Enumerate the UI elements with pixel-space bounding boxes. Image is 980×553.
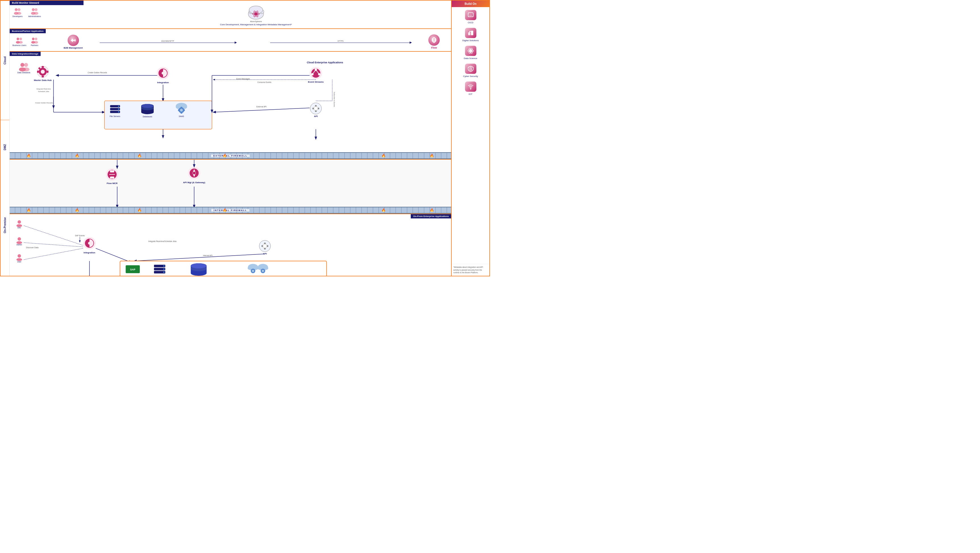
svg-point-125 <box>18 221 21 224</box>
internal-firewall: INTERNAL FIREWALL 🔥 🔥 🔥 🔥 🔥 🔥 <box>10 207 451 214</box>
svg-point-119 <box>193 172 196 175</box>
svg-rect-153 <box>120 261 327 276</box>
svg-rect-79 <box>181 113 182 114</box>
dmz-diagram: Flow MCR API Mgt (& Gateway) <box>10 160 451 214</box>
svg-rect-80 <box>178 110 179 111</box>
svg-text:</>: </> <box>469 14 473 16</box>
svg-point-6 <box>35 8 38 11</box>
svg-point-68 <box>141 110 154 114</box>
business-users-persona: Business Users <box>13 38 26 46</box>
svg-rect-98 <box>312 108 314 110</box>
build-monitor-title: Build Monitor Steward <box>10 0 84 5</box>
developer-persona: Developers <box>13 8 22 17</box>
svg-point-71 <box>141 104 154 108</box>
svg-point-175 <box>252 270 254 272</box>
cicd-item: </> CICD <box>465 10 476 24</box>
data-science-item: Data Science <box>464 46 477 60</box>
svg-text:Databases: Databases <box>143 116 152 118</box>
svg-point-32 <box>24 63 28 67</box>
svg-text:API: API <box>314 115 318 118</box>
svg-line-187 <box>24 248 83 260</box>
svg-point-55 <box>162 72 164 75</box>
svg-point-131 <box>18 254 21 257</box>
svg-point-177 <box>258 266 262 270</box>
svg-text:Internal API: Internal API <box>203 254 213 256</box>
svg-point-77 <box>180 109 183 111</box>
svg-line-106 <box>213 108 310 112</box>
core-dev-text: Core Development, Management & Integrati… <box>220 23 292 26</box>
svg-text:API: API <box>263 253 267 255</box>
svg-point-30 <box>21 63 24 67</box>
svg-point-128 <box>18 237 21 241</box>
svg-point-197 <box>470 69 471 70</box>
svg-text:Integrate Real-time/Schedule J: Integrate Real-time/Schedule Jobs <box>148 240 177 243</box>
svg-point-21 <box>19 41 23 43</box>
svg-text:External API: External API <box>256 106 267 108</box>
svg-rect-150 <box>262 245 263 247</box>
svg-rect-81 <box>184 110 185 111</box>
cyber-security-item: Cyber Security <box>463 64 478 78</box>
svg-point-178 <box>264 266 269 270</box>
svg-point-172 <box>248 266 252 270</box>
partners-persona: Partners <box>31 38 39 46</box>
svg-text:Dev: Dev <box>18 227 21 229</box>
svg-point-147 <box>264 245 266 247</box>
cloud-label: Cloud <box>0 0 10 120</box>
svg-point-63 <box>118 108 119 110</box>
svg-text:Subscribe to Events: Subscribe to Events <box>334 92 335 107</box>
svg-rect-96 <box>315 105 317 106</box>
sidebar-note: *Metadata about integration and API acti… <box>452 264 490 276</box>
svg-text:Create Golden Records: Create Golden Records <box>88 72 107 73</box>
svg-text:Schedule Jobs: Schedule Jobs <box>38 91 49 92</box>
svg-text:SAAS: SAAS <box>179 115 184 117</box>
onprem-diagram: Dev Admin User Discover Data <box>10 214 451 276</box>
svg-text:File Servers: File Servers <box>110 115 121 117</box>
onprem-label: On-Premise <box>0 175 10 276</box>
cloud-diagram: Data Stewards Master Data Hub <box>10 57 451 157</box>
svg-point-169 <box>191 263 207 269</box>
svg-point-24 <box>35 38 37 40</box>
build-on-header: Build On <box>452 0 490 7</box>
dmz-label: DMZ <box>0 120 10 175</box>
svg-point-33 <box>23 68 30 72</box>
svg-text:Master Data Hub: Master Data Hub <box>34 79 52 81</box>
svg-point-161 <box>163 269 164 270</box>
svg-point-162 <box>163 272 164 273</box>
svg-point-18 <box>17 38 19 40</box>
svg-text:Discover Data: Discover Data <box>26 246 39 248</box>
svg-text:Integration: Integration <box>157 81 169 84</box>
svg-rect-151 <box>267 245 269 247</box>
svg-rect-41 <box>46 70 48 73</box>
svg-point-95 <box>315 107 317 110</box>
external-firewall: EXTERNAL FIREWALL 🔥 🔥 🔥 🔥 🔥 🔥 <box>10 152 451 159</box>
iot-item: IOT <box>465 81 476 95</box>
svg-text:Cloud Enterprise Applications: Cloud Enterprise Applications <box>307 61 343 64</box>
svg-point-192 <box>470 50 471 52</box>
flow-icon <box>428 34 440 46</box>
svg-point-2 <box>18 8 21 11</box>
svg-text:Event Messages: Event Messages <box>236 78 250 80</box>
svg-text:Integration: Integration <box>84 251 95 254</box>
svg-text:Create Golden Records: Create Golden Records <box>35 102 53 104</box>
administrator-persona: Administrators <box>28 8 41 17</box>
digital-solutions-item: Digital Solutions <box>463 28 479 42</box>
svg-point-43 <box>41 70 45 74</box>
svg-rect-40 <box>37 70 39 73</box>
svg-rect-97 <box>315 111 317 112</box>
svg-text:API Mgt (& Gateway): API Mgt (& Gateway) <box>183 181 205 184</box>
svg-text:Event Streams: Event Streams <box>308 81 324 83</box>
svg-rect-190 <box>468 32 470 35</box>
svg-rect-78 <box>181 107 182 108</box>
svg-rect-58 <box>105 101 212 129</box>
svg-line-185 <box>24 226 83 245</box>
svg-line-143 <box>134 254 264 261</box>
svg-rect-99 <box>318 108 319 110</box>
data-integration-title: Data Integration/Storage <box>10 52 41 56</box>
svg-rect-148 <box>264 243 266 244</box>
svg-point-3 <box>17 12 21 15</box>
svg-point-62 <box>118 106 119 107</box>
svg-line-186 <box>24 243 83 247</box>
svg-line-142 <box>96 248 132 262</box>
b2b-icon <box>68 35 79 46</box>
right-sidebar: Build On </> CICD <box>451 0 490 276</box>
